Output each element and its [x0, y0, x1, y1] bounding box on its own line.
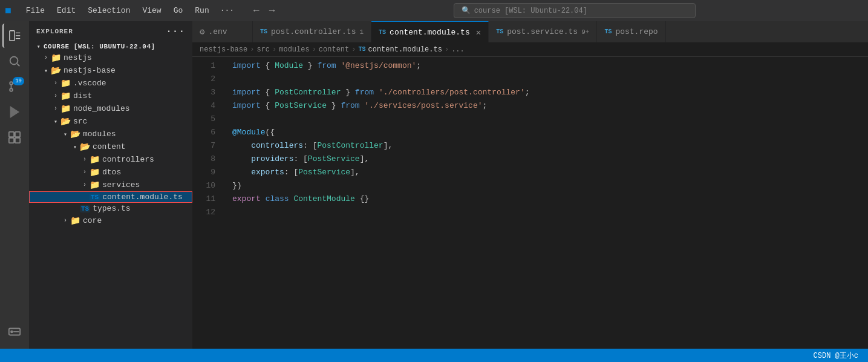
menu-bar: File Edit Selection View Go Run ··· [21, 5, 238, 16]
node-modules-label: node_modules [73, 104, 130, 113]
breadcrumb-content[interactable]: content [319, 45, 349, 54]
nav-back-button[interactable]: ← [250, 4, 263, 18]
svg-marker-6 [11, 107, 19, 117]
tree-services[interactable]: › 📁 services [29, 179, 192, 191]
breadcrumb-filename[interactable]: content.module.ts [368, 45, 442, 54]
svg-point-5 [10, 88, 13, 91]
folder-icon: 📁 [70, 216, 80, 226]
ts-file-icon: TS [90, 194, 100, 201]
tree-dtos[interactable]: › 📁 dtos [29, 166, 192, 179]
breadcrumb-nestjs-base[interactable]: nestjs-base [200, 45, 247, 54]
activity-extensions[interactable] [2, 125, 27, 150]
code-line-3: import { PostController } from './contro… [232, 86, 868, 99]
line-num-8: 8 [192, 153, 215, 166]
activity-remote[interactable] [2, 320, 27, 344]
breadcrumb-sep-1: › [250, 45, 254, 54]
code-line-12 [232, 206, 868, 219]
svg-rect-7 [9, 132, 14, 137]
breadcrumb-sep-5: › [445, 45, 449, 54]
line-num-3: 3 [192, 86, 215, 99]
tab-post-service-badge: 9+ [581, 28, 589, 36]
code-line-11: export class ContentModule {} [232, 193, 868, 206]
services-expand-icon: › [80, 182, 90, 188]
tab-close-icon[interactable]: ✕ [476, 27, 481, 38]
main-layout: 19 EXPLORER ··· ▾ COURSE [WSL: UBUNTU-22… [0, 21, 868, 349]
modules-expand-icon: ▾ [60, 131, 70, 138]
controllers-expand-icon: › [80, 156, 90, 163]
tree-nestjs-base[interactable]: ▾ 📂 nestjs-base [29, 64, 192, 77]
tab-post-repo[interactable]: TS post.repo [597, 21, 665, 42]
vscode-expand-icon: › [51, 80, 60, 87]
tab-post-controller[interactable]: TS post.controller.ts 1 [253, 21, 371, 42]
explorer-title: EXPLORER [36, 28, 73, 35]
line-numbers: 1 2 3 4 5 6 7 8 9 10 11 12 [192, 57, 223, 349]
svg-rect-10 [15, 138, 20, 143]
tree-content-module-ts[interactable]: TS content.module.ts [29, 191, 192, 203]
code-line-9: exports: [PostService], [232, 166, 868, 179]
dist-label: dist [73, 91, 92, 100]
content-label: content [93, 142, 126, 151]
menu-run[interactable]: Run [190, 5, 214, 16]
tab-content-module[interactable]: TS content.module.ts ✕ [371, 21, 489, 42]
breadcrumb: nestjs-base › src › modules › content › … [192, 42, 868, 57]
modules-label: modules [83, 130, 116, 139]
svg-point-3 [10, 82, 13, 85]
tree-content[interactable]: ▾ 📂 content [29, 140, 192, 153]
tree-controllers[interactable]: › 📁 controllers [29, 153, 192, 166]
tree-src[interactable]: ▾ 📂 src [29, 115, 192, 128]
menu-more-icon[interactable]: ··· [217, 5, 238, 16]
menu-go[interactable]: Go [169, 5, 188, 16]
tree-vscode[interactable]: › 📁 .vscode [29, 77, 192, 90]
tree-dist[interactable]: › 📁 dist [29, 90, 192, 102]
ts-icon: TS [496, 28, 503, 35]
nav-forward-button[interactable]: → [266, 4, 279, 18]
tab-post-service[interactable]: TS post.service.ts 9+ [489, 21, 597, 42]
code-body[interactable]: import { Module } from '@nestjs/common';… [223, 57, 868, 349]
core-label: core [83, 216, 102, 225]
menu-file[interactable]: File [21, 5, 50, 16]
folder-open-icon: 📂 [70, 129, 80, 139]
tab-post-controller-label: post.controller.ts [271, 27, 356, 36]
ts-file-icon: TS [80, 205, 90, 212]
tree-nestjs[interactable]: › 📁 nestjs [29, 51, 192, 64]
code-line-7: controllers: [PostController], [232, 139, 868, 153]
activity-source-control[interactable]: 19 [2, 74, 27, 99]
tree-node-modules[interactable]: › 📁 node_modules [29, 102, 192, 115]
menu-view[interactable]: View [137, 5, 166, 16]
svg-point-1 [10, 57, 18, 65]
activity-search[interactable] [2, 49, 27, 73]
activity-bar: 19 [0, 21, 29, 349]
search-bar[interactable]: 🔍 course [WSL: Ubuntu-22.04] [454, 3, 696, 18]
menu-selection[interactable]: Selection [83, 5, 135, 16]
activity-run-debug[interactable] [2, 100, 27, 124]
tab-post-controller-badge: 1 [359, 28, 364, 36]
src-label: src [73, 117, 87, 126]
breadcrumb-modules[interactable]: modules [279, 45, 309, 54]
breadcrumb-sep-3: › [312, 45, 316, 54]
tree-root[interactable]: ▾ COURSE [WSL: UBUNTU-22.04] [29, 42, 192, 51]
line-num-9: 9 [192, 166, 215, 179]
tab-env[interactable]: ⚙ .env [192, 21, 253, 42]
watermark-text: CSDN @王小c [809, 350, 863, 361]
explorer-menu-icon[interactable]: ··· [166, 26, 185, 37]
tree-modules[interactable]: ▾ 📂 modules [29, 128, 192, 140]
code-line-10: }) [232, 179, 868, 193]
tab-post-repo-label: post.repo [615, 27, 658, 36]
ts-icon: TS [379, 29, 386, 36]
content-module-ts-label: content.module.ts [102, 193, 183, 202]
dtos-expand-icon: › [80, 169, 90, 176]
tree-types-ts[interactable]: TS types.ts [29, 203, 192, 214]
vscode-label: .vscode [73, 79, 106, 88]
code-line-8: providers: [PostService], [232, 153, 868, 166]
activity-explorer[interactable] [2, 24, 27, 48]
breadcrumb-dots[interactable]: ... [451, 45, 465, 54]
ts-icon: TS [260, 28, 267, 35]
code-editor[interactable]: 1 2 3 4 5 6 7 8 9 10 11 12 import { Modu… [192, 57, 868, 349]
breadcrumb-sep-4: › [351, 45, 356, 54]
line-num-6: 6 [192, 126, 215, 139]
folder-icon: 📁 [60, 104, 71, 114]
menu-edit[interactable]: Edit [52, 5, 80, 16]
tree-core[interactable]: › 📁 core [29, 214, 192, 227]
folder-open-icon: 📂 [80, 142, 90, 152]
breadcrumb-src[interactable]: src [256, 45, 270, 54]
